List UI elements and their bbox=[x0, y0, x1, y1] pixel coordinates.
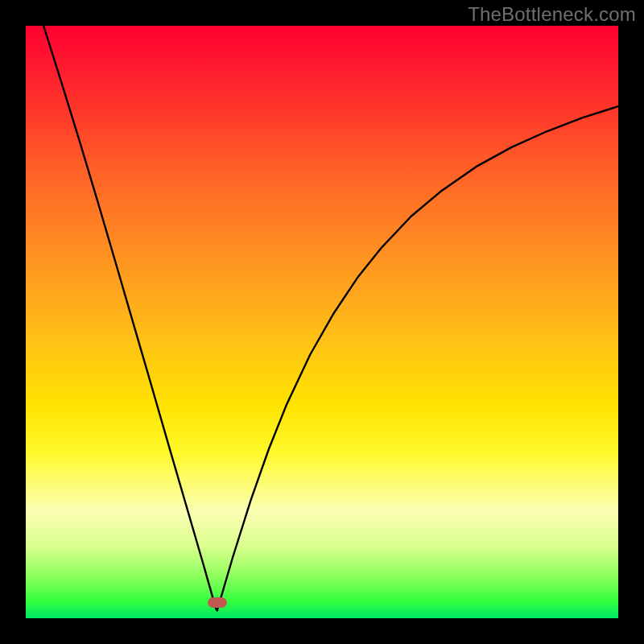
bottleneck-curve bbox=[26, 26, 618, 618]
plot-area bbox=[26, 26, 618, 618]
nadir-marker bbox=[208, 597, 227, 608]
watermark-text: TheBottleneck.com bbox=[468, 3, 636, 26]
chart-frame: TheBottleneck.com bbox=[0, 0, 644, 644]
curve-path bbox=[43, 26, 618, 610]
